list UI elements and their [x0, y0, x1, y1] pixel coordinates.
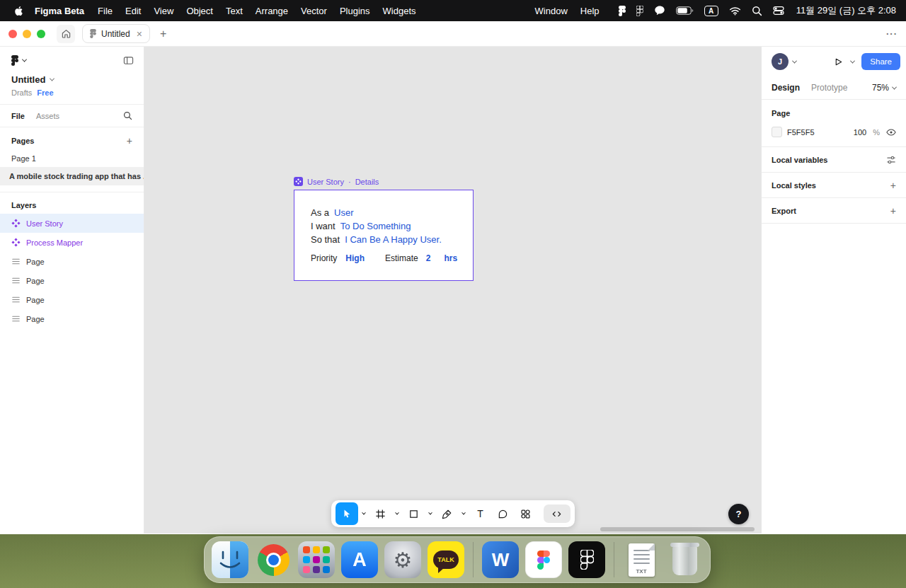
local-styles-row[interactable]: Local styles + [762, 173, 906, 198]
tab-assets[interactable]: Assets [36, 112, 59, 120]
apple-icon[interactable] [10, 6, 28, 16]
layer-page[interactable]: Page [0, 252, 144, 271]
estimate-label: Estimate [385, 253, 418, 263]
page-item-1[interactable]: Page 1 [0, 150, 144, 167]
help-button[interactable]: ? [728, 504, 749, 524]
dock-word-icon[interactable]: W [482, 541, 519, 578]
chevron-down-icon[interactable] [792, 58, 797, 63]
home-icon[interactable] [57, 25, 75, 43]
local-variables-row[interactable]: Local variables [762, 147, 906, 173]
dock-trash-icon[interactable] [666, 541, 703, 578]
widget-details-link[interactable]: Details [355, 178, 379, 186]
chat-status-icon[interactable] [654, 5, 665, 16]
menu-help[interactable]: Help [574, 6, 606, 16]
figma-main-menu-button[interactable] [11, 55, 26, 66]
toggle-sidebar-icon[interactable] [123, 55, 134, 66]
tab-untitled[interactable]: Untitled × [82, 24, 150, 43]
new-tab-button[interactable]: + [160, 28, 166, 40]
layer-page[interactable]: Page [0, 309, 144, 328]
menu-object[interactable]: Object [180, 6, 219, 16]
priority-value[interactable]: High [345, 253, 365, 263]
canvas[interactable]: User Story · Details As a User I want To… [144, 47, 761, 534]
pen-tool-chevron[interactable] [459, 503, 469, 524]
menubar-clock[interactable]: 11월 29일 (금) 오후 2:08 [796, 4, 896, 17]
add-page-button[interactable]: + [127, 136, 132, 146]
menu-arrange[interactable]: Arrange [249, 6, 294, 16]
dock-figma-icon[interactable] [525, 541, 562, 578]
estimate-value[interactable]: 2 [426, 253, 431, 263]
dock-finder-icon[interactable] [212, 541, 248, 578]
figma-beta-status-icon[interactable] [636, 6, 643, 16]
add-export-button[interactable]: + [890, 206, 896, 216]
menu-widgets[interactable]: Widgets [377, 6, 423, 16]
zoom-window-button[interactable] [37, 30, 45, 38]
menubar-app-name[interactable]: Figma Beta [28, 6, 91, 16]
file-title-row[interactable]: Untitled [0, 69, 144, 85]
story-value[interactable]: To Do Something [340, 219, 411, 233]
dock-figma-beta-icon[interactable] [568, 541, 605, 578]
control-center-icon[interactable] [773, 5, 784, 16]
close-window-button[interactable] [8, 30, 17, 38]
dock-settings-icon[interactable]: ⚙ [384, 541, 421, 578]
present-button[interactable] [834, 57, 854, 67]
layer-page[interactable]: Page [0, 290, 144, 309]
menu-view[interactable]: View [147, 6, 180, 16]
actions-tool-button[interactable] [515, 503, 537, 524]
comment-tool-button[interactable] [493, 503, 514, 524]
spotlight-search-icon[interactable] [752, 6, 762, 16]
story-value[interactable]: User [334, 206, 353, 219]
menu-plugins[interactable]: Plugins [333, 6, 377, 16]
input-source-badge[interactable]: A [704, 6, 718, 16]
figma-status-icon[interactable] [619, 6, 626, 16]
export-row[interactable]: Export + [762, 198, 906, 224]
menu-edit[interactable]: Edit [119, 6, 147, 16]
move-tool-chevron[interactable] [360, 503, 369, 524]
dev-mode-toggle[interactable] [544, 505, 570, 523]
page-item-selected[interactable]: A mobile stock trading app that has ... [0, 167, 144, 185]
plan-badge[interactable]: Free [37, 88, 53, 97]
minimize-window-button[interactable] [23, 30, 31, 38]
avatar[interactable]: J [772, 53, 789, 70]
story-value[interactable]: I Can Be A Happy User. [345, 233, 442, 246]
move-tool-button[interactable] [336, 502, 358, 525]
search-icon[interactable] [123, 111, 132, 120]
horizontal-scrollbar[interactable] [600, 527, 755, 531]
layer-process-mapper[interactable]: Process Mapper [0, 233, 144, 252]
wifi-icon[interactable] [729, 6, 741, 16]
dock-text-document-icon[interactable]: TXT [623, 541, 660, 578]
tab-close-icon[interactable]: × [137, 29, 142, 39]
user-story-widget-card[interactable]: As a User I want To Do Something So that… [294, 190, 474, 281]
menu-text[interactable]: Text [219, 6, 249, 16]
frame-tool-chevron[interactable] [393, 503, 402, 524]
variables-icon[interactable] [886, 155, 896, 165]
estimate-unit[interactable]: hrs [444, 253, 457, 263]
layer-user-story[interactable]: User Story [0, 214, 144, 233]
menu-vector[interactable]: Vector [294, 6, 333, 16]
dock-app-store-icon[interactable]: A [341, 541, 378, 578]
drafts-label[interactable]: Drafts [11, 88, 32, 97]
shape-tool-button[interactable] [403, 503, 425, 524]
fill-hex-value[interactable]: F5F5F5 [787, 128, 815, 137]
zoom-control[interactable]: 75% [872, 83, 896, 93]
add-style-button[interactable]: + [890, 180, 896, 190]
widget-label-bar[interactable]: User Story · Details [294, 177, 379, 186]
color-swatch[interactable] [772, 127, 782, 137]
menu-file[interactable]: File [91, 6, 119, 16]
tab-prototype[interactable]: Prototype [811, 83, 847, 93]
share-button[interactable]: Share [861, 53, 900, 70]
tab-design[interactable]: Design [772, 83, 800, 93]
dock-chrome-icon[interactable] [255, 541, 292, 578]
dock-launchpad-icon[interactable] [298, 541, 335, 578]
visibility-eye-icon[interactable] [886, 127, 896, 137]
window-more-icon[interactable]: ··· [886, 28, 898, 39]
fill-opacity-value[interactable]: 100 [854, 128, 866, 137]
dock-kakaotalk-icon[interactable]: TALK [428, 541, 464, 578]
frame-tool-button[interactable] [370, 503, 391, 524]
layer-page[interactable]: Page [0, 271, 144, 290]
text-tool-button[interactable]: T [470, 503, 491, 524]
shape-tool-chevron[interactable] [426, 503, 435, 524]
tab-file[interactable]: File [11, 112, 25, 120]
menu-window[interactable]: Window [529, 6, 574, 16]
pen-tool-button[interactable] [437, 503, 458, 524]
battery-icon[interactable] [676, 6, 694, 15]
